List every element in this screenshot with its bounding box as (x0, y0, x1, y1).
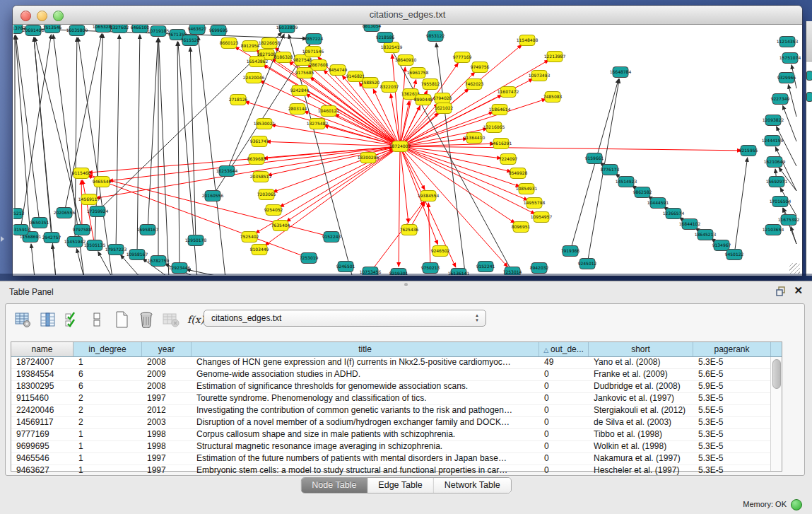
column-header-year[interactable]: year (142, 342, 192, 356)
graph-node[interactable]: 16035809 (66, 25, 88, 36)
graph-node[interactable]: 9245012 (578, 259, 597, 269)
table-row[interactable]: 1830029562008Estimation of significance … (11, 381, 782, 393)
table-row[interactable]: 911546021997Tourette syndrome. Phenomeno… (11, 393, 782, 405)
graph-node[interactable]: 10973493 (529, 71, 551, 81)
graph-node[interactable]: 11864614 (489, 105, 511, 115)
graph-node[interactable]: 12213987 (544, 52, 566, 62)
row-height-icon[interactable] (88, 311, 105, 328)
graph-node[interactable]: 8215955 (739, 146, 758, 156)
table-row[interactable]: 1938455462009Genome-wide association stu… (11, 369, 782, 381)
graph-node[interactable]: 20160556 (202, 191, 224, 201)
tab-network-table[interactable]: Network Table (434, 478, 511, 493)
graph-node[interactable]: 9750213 (421, 263, 440, 274)
graph-node[interactable]: 9218586 (376, 33, 395, 43)
graph-node[interactable]: 9152243 (322, 232, 341, 243)
graph-node[interactable]: 12923446 (169, 263, 191, 274)
window-resize-grip[interactable] (789, 263, 800, 274)
network-canvas[interactable]: 1872400718300295866012389129541822605898… (13, 25, 801, 275)
graph-edge[interactable] (96, 146, 400, 198)
graph-node[interactable]: 9450122 (725, 250, 744, 260)
graph-node[interactable]: 7615526 (181, 35, 200, 46)
graph-node[interactable]: 17359924 (87, 206, 109, 217)
memory-status-icon[interactable] (791, 499, 802, 510)
graph-node[interactable]: 10854931 (516, 184, 538, 194)
graph-node[interactable]: 18325419 (381, 42, 403, 53)
graph-node[interactable]: 18724007 (389, 141, 411, 152)
create-column-icon[interactable] (113, 311, 130, 328)
graph-node[interactable]: 18530021 (254, 119, 276, 129)
table-row[interactable]: 977716911998Corpus callosum shape and si… (11, 429, 782, 441)
graph-node[interactable]: 7857224 (305, 34, 324, 45)
graph-node[interactable]: 7525402 (240, 232, 259, 243)
graph-node[interactable]: 7513546 (43, 25, 62, 33)
network-window-titlebar[interactable]: citations_edges.txt (13, 6, 802, 25)
graph-node[interactable]: 16961758 (407, 68, 429, 78)
graph-edge[interactable] (266, 141, 400, 146)
graph-node[interactable]: 18640910 (395, 55, 417, 66)
graph-node[interactable]: 2718126 (229, 95, 248, 105)
graph-node[interactable]: 8096951 (512, 222, 531, 233)
graph-edge[interactable] (88, 146, 400, 173)
graph-edge[interactable] (428, 203, 430, 268)
graph-edge[interactable] (791, 227, 796, 244)
graph-node[interactable]: 16958167 (137, 225, 159, 235)
graph-node[interactable]: 16782759 (148, 256, 170, 267)
graph-edge[interactable] (190, 47, 196, 240)
graph-node[interactable]: 14514923 (616, 177, 637, 187)
graph-node[interactable]: 7635404 (271, 221, 290, 231)
graph-node[interactable]: 14955798 (524, 198, 546, 209)
tab-node-table[interactable]: Node Table (301, 478, 367, 493)
close-window-icon[interactable] (20, 11, 31, 21)
table-row[interactable]: 969969511998Structural magnetic resonanc… (11, 441, 782, 453)
graph-edge[interactable] (370, 201, 424, 272)
graph-node[interactable]: 9246502 (431, 246, 450, 257)
graph-node[interactable]: 10444591 (647, 198, 669, 209)
graph-node[interactable]: 20206556 (54, 208, 76, 218)
graph-node[interactable]: 12444159 (762, 136, 784, 146)
graph-node[interactable]: 9862582 (633, 187, 652, 198)
graph-node[interactable]: 8650351 (30, 218, 49, 228)
graph-node[interactable]: 16210649 (764, 157, 786, 168)
graph-node[interactable]: 16033809 (276, 25, 298, 33)
graph-edge[interactable] (81, 180, 82, 230)
graph-node[interactable]: 7485083 (543, 92, 563, 103)
column-header-title[interactable]: title (192, 342, 539, 356)
table-row[interactable]: 1872400712008Changes of HCN gene express… (11, 357, 782, 369)
graph-node[interactable]: 9159661 (585, 153, 604, 164)
network-window[interactable]: citations_edges.txt 18724007183002958660… (13, 6, 802, 276)
close-panel-icon[interactable]: ✕ (794, 284, 803, 297)
graph-node[interactable]: 17016504 (770, 197, 792, 207)
function-builder-icon[interactable]: f(x) (187, 311, 204, 328)
graph-node[interactable]: 11451942 (64, 237, 86, 247)
graph-node[interactable]: 20358511 (250, 172, 272, 182)
graph-node[interactable]: 9699695 (209, 25, 228, 36)
background-window-sliver[interactable] (806, 21, 812, 276)
graph-node[interactable]: 17957223 (105, 245, 127, 255)
graph-node[interactable]: 11214353 (777, 37, 799, 47)
graph-node[interactable]: 9254052 (264, 205, 283, 216)
graph-node[interactable]: 9853122 (426, 31, 445, 42)
graph-node[interactable]: 21364410 (464, 133, 486, 144)
table-row[interactable]: 946362711997Embryonic stem cells: a mode… (11, 465, 782, 477)
splitter-grip[interactable] (404, 283, 408, 286)
graph-node[interactable]: 9463627 (188, 25, 207, 35)
graph-node[interactable]: 11675392 (778, 215, 800, 226)
graph-node[interactable]: 10958167 (126, 250, 148, 260)
graph-node[interactable]: 8186328 (274, 52, 293, 63)
graph-node[interactable]: 9797588 (73, 225, 92, 235)
row-selection-mode-icon[interactable] (64, 311, 81, 328)
graph-node[interactable]: 12366574 (663, 209, 685, 219)
column-header-out-de-[interactable]: △out_de... (539, 342, 589, 356)
graph-node[interactable]: 16844102 (679, 219, 701, 230)
graph-node[interactable]: 18645213 (695, 230, 717, 240)
table-mode-icon[interactable] (14, 311, 31, 328)
graph-node[interactable]: 8322037 (380, 82, 399, 93)
graph-edge[interactable] (16, 35, 30, 237)
table-scrollbar[interactable] (770, 357, 782, 471)
column-header-in-degree[interactable]: in_degree (73, 342, 142, 356)
graph-node[interactable]: 8660123 (220, 38, 239, 49)
graph-node[interactable]: 9315913 (13, 225, 30, 235)
column-header-pagerank[interactable]: pagerank (693, 342, 771, 356)
graph-node[interactable]: 2803144 (288, 104, 307, 115)
graph-node[interactable]: 12093822 (763, 115, 784, 126)
